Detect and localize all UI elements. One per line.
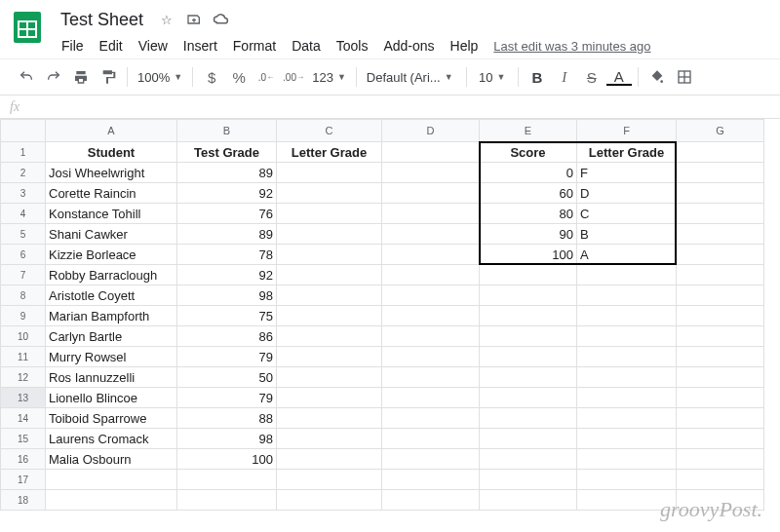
cell-G16[interactable] bbox=[677, 449, 764, 470]
spreadsheet-grid[interactable]: ABCDEFG1StudentTest GradeLetter GradeSco… bbox=[0, 119, 780, 511]
print-icon[interactable] bbox=[68, 64, 94, 90]
cell-E7[interactable] bbox=[480, 265, 577, 285]
cell-A15[interactable]: Laurens Cromack bbox=[46, 429, 177, 449]
sheets-logo[interactable] bbox=[8, 8, 47, 47]
cell-G5[interactable] bbox=[677, 224, 764, 245]
undo-icon[interactable] bbox=[14, 64, 39, 90]
row-header-6[interactable]: 6 bbox=[1, 245, 46, 265]
cell-F12[interactable] bbox=[577, 367, 677, 388]
cell-F17[interactable] bbox=[577, 470, 677, 490]
last-edit-link[interactable]: Last edit was 3 minutes ago bbox=[487, 35, 657, 57]
row-header-16[interactable]: 16 bbox=[1, 449, 46, 470]
col-header-E[interactable]: E bbox=[480, 120, 577, 142]
cell-F6[interactable]: A bbox=[577, 245, 677, 265]
row-header-14[interactable]: 14 bbox=[1, 408, 46, 429]
cell-F13[interactable] bbox=[577, 388, 677, 408]
cell-B6[interactable]: 78 bbox=[177, 245, 277, 265]
cell-F14[interactable] bbox=[577, 408, 677, 429]
row-header-2[interactable]: 2 bbox=[1, 163, 46, 183]
cell-A10[interactable]: Carlyn Bartle bbox=[46, 326, 177, 347]
cell-C12[interactable] bbox=[277, 367, 382, 388]
row-header-7[interactable]: 7 bbox=[1, 265, 46, 285]
cell-E10[interactable] bbox=[480, 326, 577, 347]
increase-decimal-button[interactable]: .00→ bbox=[281, 64, 306, 90]
move-icon[interactable] bbox=[184, 10, 204, 29]
cell-E18[interactable] bbox=[480, 490, 577, 511]
cell-C6[interactable] bbox=[277, 245, 382, 265]
cell-G12[interactable] bbox=[677, 367, 764, 388]
cell-C15[interactable] bbox=[277, 429, 382, 449]
cell-A2[interactable]: Josi Wheelwright bbox=[46, 163, 177, 183]
cell-E5[interactable]: 90 bbox=[480, 224, 577, 245]
cell-B9[interactable]: 75 bbox=[177, 306, 277, 326]
cell-F10[interactable] bbox=[577, 326, 677, 347]
cell-D8[interactable] bbox=[382, 285, 480, 306]
menu-file[interactable]: File bbox=[55, 34, 91, 57]
cell-G17[interactable] bbox=[677, 470, 764, 490]
cell-D10[interactable] bbox=[382, 326, 480, 347]
cell-G9[interactable] bbox=[677, 306, 764, 326]
cell-A4[interactable]: Konstance Tohill bbox=[46, 204, 177, 224]
col-header-F[interactable]: F bbox=[577, 120, 677, 142]
cell-A11[interactable]: Murry Rowsel bbox=[46, 347, 177, 367]
cell-E6[interactable]: 100 bbox=[480, 245, 577, 265]
cell-F15[interactable] bbox=[577, 429, 677, 449]
cell-A13[interactable]: Lionello Blincoe bbox=[46, 388, 177, 408]
cell-B11[interactable]: 79 bbox=[177, 347, 277, 367]
cell-A5[interactable]: Shani Cawker bbox=[46, 224, 177, 245]
cell-E12[interactable] bbox=[480, 367, 577, 388]
menu-edit[interactable]: Edit bbox=[93, 34, 130, 57]
cell-G15[interactable] bbox=[677, 429, 764, 449]
cell-F3[interactable]: D bbox=[577, 183, 677, 204]
cell-B2[interactable]: 89 bbox=[177, 163, 277, 183]
fill-color-button[interactable] bbox=[644, 64, 670, 90]
cell-F9[interactable] bbox=[577, 306, 677, 326]
cell-C3[interactable] bbox=[277, 183, 382, 204]
cell-D11[interactable] bbox=[382, 347, 480, 367]
cell-B15[interactable]: 98 bbox=[177, 429, 277, 449]
cloud-status-icon[interactable] bbox=[212, 10, 231, 29]
menu-addons[interactable]: Add-ons bbox=[376, 34, 441, 57]
col-header-C[interactable]: C bbox=[277, 120, 382, 142]
cell-E17[interactable] bbox=[480, 470, 577, 490]
cell-C18[interactable] bbox=[277, 490, 382, 511]
text-color-button[interactable]: A bbox=[606, 68, 632, 86]
row-header-11[interactable]: 11 bbox=[1, 347, 46, 367]
col-header-B[interactable]: B bbox=[177, 120, 277, 142]
cell-D6[interactable] bbox=[382, 245, 480, 265]
cell-C2[interactable] bbox=[277, 163, 382, 183]
cell-C4[interactable] bbox=[277, 204, 382, 224]
cell-C7[interactable] bbox=[277, 265, 382, 285]
row-header-18[interactable]: 18 bbox=[1, 490, 46, 511]
row-header-13[interactable]: 13 bbox=[1, 388, 46, 408]
cell-A6[interactable]: Kizzie Borleace bbox=[46, 245, 177, 265]
row-header-8[interactable]: 8 bbox=[1, 285, 46, 306]
cell-F16[interactable] bbox=[577, 449, 677, 470]
cell-C17[interactable] bbox=[277, 470, 382, 490]
cell-E15[interactable] bbox=[480, 429, 577, 449]
formula-bar[interactable]: fx bbox=[0, 95, 780, 119]
cell-B10[interactable]: 86 bbox=[177, 326, 277, 347]
paint-format-icon[interactable] bbox=[96, 64, 121, 90]
cell-F7[interactable] bbox=[577, 265, 677, 285]
borders-button[interactable] bbox=[672, 64, 697, 90]
cell-C1[interactable]: Letter Grade bbox=[277, 142, 382, 163]
cell-A12[interactable]: Ros Iannuzzelli bbox=[46, 367, 177, 388]
cell-C5[interactable] bbox=[277, 224, 382, 245]
number-format-select[interactable]: 123▼ bbox=[308, 64, 350, 90]
row-header-12[interactable]: 12 bbox=[1, 367, 46, 388]
redo-icon[interactable] bbox=[41, 64, 66, 90]
cell-B12[interactable]: 50 bbox=[177, 367, 277, 388]
cell-B7[interactable]: 92 bbox=[177, 265, 277, 285]
cell-D7[interactable] bbox=[382, 265, 480, 285]
menu-help[interactable]: Help bbox=[444, 34, 486, 57]
cell-F11[interactable] bbox=[577, 347, 677, 367]
cell-A16[interactable]: Malia Osbourn bbox=[46, 449, 177, 470]
cell-G4[interactable] bbox=[677, 204, 764, 224]
row-header-17[interactable]: 17 bbox=[1, 470, 46, 490]
cell-F4[interactable]: C bbox=[577, 204, 677, 224]
row-header-9[interactable]: 9 bbox=[1, 306, 46, 326]
star-icon[interactable]: ☆ bbox=[157, 10, 176, 29]
select-all-corner[interactable] bbox=[1, 120, 46, 142]
cell-B18[interactable] bbox=[177, 490, 277, 511]
